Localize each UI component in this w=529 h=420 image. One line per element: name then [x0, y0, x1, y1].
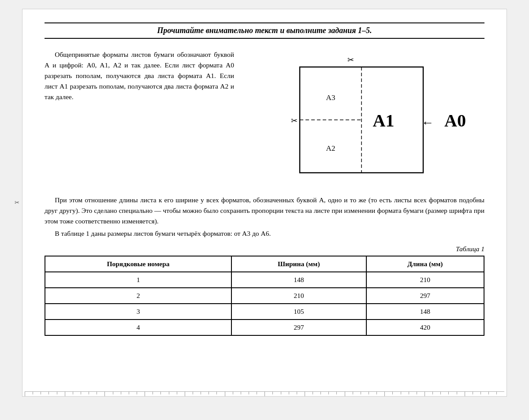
a3-label: А3	[326, 93, 335, 102]
ruler-tick	[65, 392, 73, 396]
table-cell-1-2: 297	[366, 288, 484, 304]
table-cell-2-0: 3	[45, 304, 231, 320]
ruler-tick	[369, 392, 376, 394]
ruler-tick	[137, 392, 145, 394]
table-cell-2-2: 148	[366, 304, 484, 320]
ruler-tick	[153, 392, 160, 394]
ruler-tick	[257, 392, 264, 394]
ruler-tick	[345, 392, 353, 396]
arrow-icon: ←	[421, 115, 434, 129]
ruler-tick	[264, 392, 272, 396]
ruler-tick	[160, 392, 168, 394]
ruler-tick	[361, 392, 369, 394]
table-cell-3-1: 297	[231, 320, 366, 335]
ruler-tick	[272, 392, 280, 394]
ruler-tick	[193, 392, 201, 394]
ruler-tick	[457, 392, 465, 394]
ruler-tick	[225, 392, 233, 396]
ruler-tick	[496, 392, 504, 394]
ruler-tick	[48, 392, 56, 394]
ruler-tick	[81, 392, 89, 394]
table-cell-1-0: 2	[45, 288, 231, 304]
table-row: 1148210	[45, 272, 484, 288]
ruler-bar: /* ruler ticks rendered below */	[22, 387, 507, 396]
ruler-tick	[33, 392, 41, 394]
ruler-tick	[145, 392, 153, 396]
scissors-top-icon: ✂	[347, 56, 354, 64]
ruler-tick	[297, 392, 305, 394]
ruler-tick	[57, 392, 65, 394]
col-header-0: Порядковые номера	[45, 256, 231, 272]
side-scissors-icon: ✂	[15, 199, 19, 206]
ruler-tick	[465, 392, 473, 396]
ruler-tick	[384, 392, 392, 396]
ruler-tick	[320, 392, 328, 394]
ruler-tick	[305, 392, 313, 396]
header-text: Прочитайте внимательно текст и выполните…	[157, 26, 372, 35]
table-row: 4297420	[45, 320, 484, 335]
ruler-tick	[177, 392, 185, 394]
ruler-tick	[440, 392, 448, 394]
ruler-tick	[481, 392, 488, 394]
ruler-tick	[25, 392, 33, 396]
scissors-left-icon: ✂	[291, 116, 298, 125]
ruler-tick	[249, 392, 257, 394]
paragraph-1: Общепринятые форматы листов бумаги обозн…	[45, 49, 234, 102]
full-text-section: При этом отношение длины листа к его шир…	[45, 195, 484, 239]
ruler-tick	[425, 392, 432, 396]
table-cell-0-2: 210	[366, 272, 484, 288]
ruler-tick	[313, 392, 320, 394]
ruler-tick	[432, 392, 440, 394]
page-header: Прочитайте внимательно текст и выполните…	[45, 22, 484, 39]
diagram-area: ✂ ✂ А3 А2 А1 ← А0	[247, 49, 484, 186]
table-cell-1-1: 210	[231, 288, 366, 304]
ruler-tick	[353, 392, 361, 394]
a1-label: А1	[373, 111, 395, 130]
ruler-tick	[41, 392, 48, 394]
col-header-2: Длина (мм)	[366, 256, 484, 272]
table-row: 2210297	[45, 288, 484, 304]
a2-label: А2	[326, 144, 335, 152]
ruler-tick	[409, 392, 417, 394]
table-header-row: Порядковые номераШирина (мм)Длина (мм)	[45, 256, 484, 272]
table-cell-0-0: 1	[45, 272, 231, 288]
ruler-tick	[169, 392, 177, 394]
content-area: Общепринятые форматы листов бумаги обозн…	[45, 49, 484, 186]
ruler-tick	[97, 392, 104, 394]
ruler-tick	[113, 392, 121, 394]
table-cell-2-1: 105	[231, 304, 366, 320]
table-cell-3-0: 4	[45, 320, 231, 335]
ruler-tick	[392, 392, 400, 394]
a0-label: А0	[444, 111, 466, 130]
ruler-tick	[185, 392, 193, 396]
ruler-tick	[241, 392, 249, 394]
ruler-tick	[488, 392, 496, 394]
ruler-tick	[281, 392, 289, 394]
table-row: 3105148	[45, 304, 484, 320]
col-header-1: Ширина (мм)	[231, 256, 366, 272]
ruler-tick	[233, 392, 241, 394]
ruler-tick	[104, 392, 112, 396]
ruler-tick	[209, 392, 216, 394]
table-cell-3-2: 420	[366, 320, 484, 335]
ruler-tick	[417, 392, 425, 394]
ruler-tick	[129, 392, 137, 394]
table-caption: Таблица 1	[45, 245, 484, 253]
page: ✂ Прочитайте внимательно текст и выполни…	[22, 9, 507, 397]
paragraph-2: При этом отношение длины листа к его шир…	[45, 195, 484, 227]
ruler-tick	[401, 392, 409, 394]
ruler-tick	[201, 392, 209, 394]
table-cell-0-1: 148	[231, 272, 366, 288]
ruler-tick	[121, 392, 129, 394]
ruler-tick	[448, 392, 456, 394]
format-diagram: ✂ ✂ А3 А2 А1 ← А0	[282, 54, 450, 186]
left-text-column: Общепринятые форматы листов бумаги обозн…	[45, 49, 234, 186]
paragraph-3: В таблице 1 даны размеры листов бумаги ч…	[45, 228, 484, 239]
ruler-tick	[89, 392, 97, 394]
ruler-tick	[336, 392, 344, 394]
data-table: Порядковые номераШирина (мм)Длина (мм) 1…	[45, 256, 484, 336]
table-body: 1148210221029731051484297420	[45, 272, 484, 335]
ruler-tick	[328, 392, 336, 394]
ruler-tick	[73, 392, 81, 394]
ruler-tick	[376, 392, 384, 394]
